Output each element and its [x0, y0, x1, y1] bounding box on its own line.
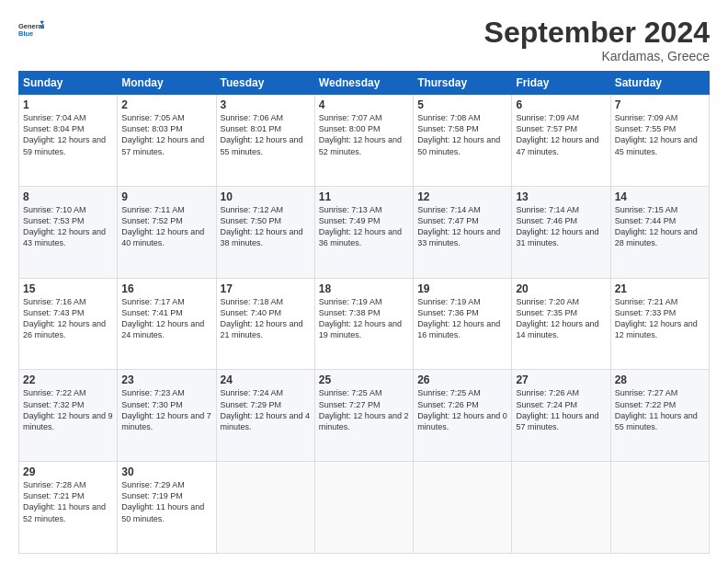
logo-icon: GeneralBlue	[18, 17, 44, 42]
calendar-cell	[610, 462, 709, 554]
calendar-week-5: 29Sunrise: 7:28 AM Sunset: 7:21 PM Dayli…	[19, 462, 710, 554]
day-info: Sunrise: 7:06 AM Sunset: 8:01 PM Dayligh…	[221, 112, 311, 157]
day-info: Sunrise: 7:19 AM Sunset: 7:36 PM Dayligh…	[417, 296, 507, 341]
col-saturday: Saturday	[610, 72, 709, 95]
day-number: 22	[23, 373, 113, 386]
day-info: Sunrise: 7:25 AM Sunset: 7:26 PM Dayligh…	[417, 387, 507, 432]
calendar-cell: 12Sunrise: 7:14 AM Sunset: 7:47 PM Dayli…	[414, 186, 512, 278]
day-info: Sunrise: 7:22 AM Sunset: 7:32 PM Dayligh…	[23, 387, 113, 432]
col-friday: Friday	[512, 72, 610, 95]
day-info: Sunrise: 7:14 AM Sunset: 7:47 PM Dayligh…	[417, 204, 507, 249]
main-title: September 2024	[484, 17, 710, 49]
day-number: 15	[23, 282, 113, 295]
calendar-cell: 17Sunrise: 7:18 AM Sunset: 7:40 PM Dayli…	[216, 278, 314, 370]
day-info: Sunrise: 7:23 AM Sunset: 7:30 PM Dayligh…	[121, 387, 211, 432]
calendar-cell: 4Sunrise: 7:07 AM Sunset: 8:00 PM Daylig…	[314, 95, 413, 187]
calendar-cell: 10Sunrise: 7:12 AM Sunset: 7:50 PM Dayli…	[216, 186, 314, 278]
calendar-cell: 9Sunrise: 7:11 AM Sunset: 7:52 PM Daylig…	[118, 186, 216, 278]
day-info: Sunrise: 7:16 AM Sunset: 7:43 PM Dayligh…	[23, 296, 113, 341]
calendar-cell: 6Sunrise: 7:09 AM Sunset: 7:57 PM Daylig…	[512, 95, 610, 187]
day-info: Sunrise: 7:19 AM Sunset: 7:38 PM Dayligh…	[319, 296, 409, 341]
day-info: Sunrise: 7:14 AM Sunset: 7:46 PM Dayligh…	[516, 204, 606, 249]
day-info: Sunrise: 7:27 AM Sunset: 7:22 PM Dayligh…	[615, 387, 705, 432]
svg-text:Blue: Blue	[18, 29, 33, 38]
day-number: 11	[319, 190, 409, 203]
calendar-cell: 11Sunrise: 7:13 AM Sunset: 7:49 PM Dayli…	[314, 186, 413, 278]
day-info: Sunrise: 7:09 AM Sunset: 7:57 PM Dayligh…	[516, 112, 606, 157]
calendar-cell: 29Sunrise: 7:28 AM Sunset: 7:21 PM Dayli…	[19, 462, 118, 554]
day-number: 17	[221, 282, 311, 295]
calendar-cell: 23Sunrise: 7:23 AM Sunset: 7:30 PM Dayli…	[118, 370, 216, 462]
calendar-cell: 14Sunrise: 7:15 AM Sunset: 7:44 PM Dayli…	[610, 186, 709, 278]
calendar-cell: 7Sunrise: 7:09 AM Sunset: 7:55 PM Daylig…	[610, 95, 709, 187]
title-block: September 2024 Kardamas, Greece	[484, 17, 710, 63]
page: GeneralBlue September 2024 Kardamas, Gre…	[0, 0, 728, 563]
day-number: 30	[121, 465, 211, 478]
day-info: Sunrise: 7:24 AM Sunset: 7:29 PM Dayligh…	[221, 387, 311, 432]
day-info: Sunrise: 7:09 AM Sunset: 7:55 PM Dayligh…	[615, 112, 705, 157]
col-tuesday: Tuesday	[216, 72, 314, 95]
day-info: Sunrise: 7:13 AM Sunset: 7:49 PM Dayligh…	[319, 204, 409, 249]
col-thursday: Thursday	[414, 72, 512, 95]
day-number: 27	[516, 373, 606, 386]
day-info: Sunrise: 7:26 AM Sunset: 7:24 PM Dayligh…	[516, 387, 606, 432]
calendar-cell: 27Sunrise: 7:26 AM Sunset: 7:24 PM Dayli…	[512, 370, 610, 462]
subtitle: Kardamas, Greece	[484, 49, 710, 63]
calendar-cell: 5Sunrise: 7:08 AM Sunset: 7:58 PM Daylig…	[414, 95, 512, 187]
day-number: 8	[23, 190, 113, 203]
day-info: Sunrise: 7:10 AM Sunset: 7:53 PM Dayligh…	[23, 204, 113, 249]
day-info: Sunrise: 7:28 AM Sunset: 7:21 PM Dayligh…	[23, 479, 113, 524]
calendar-cell: 8Sunrise: 7:10 AM Sunset: 7:53 PM Daylig…	[19, 186, 118, 278]
calendar-cell: 21Sunrise: 7:21 AM Sunset: 7:33 PM Dayli…	[610, 278, 709, 370]
calendar-cell	[314, 462, 413, 554]
calendar-cell: 2Sunrise: 7:05 AM Sunset: 8:03 PM Daylig…	[118, 95, 216, 187]
calendar-cell: 24Sunrise: 7:24 AM Sunset: 7:29 PM Dayli…	[216, 370, 314, 462]
day-number: 1	[23, 98, 113, 111]
header-row: Sunday Monday Tuesday Wednesday Thursday…	[19, 72, 710, 95]
calendar-cell: 3Sunrise: 7:06 AM Sunset: 8:01 PM Daylig…	[216, 95, 314, 187]
day-number: 20	[516, 282, 606, 295]
calendar-cell: 28Sunrise: 7:27 AM Sunset: 7:22 PM Dayli…	[610, 370, 709, 462]
day-info: Sunrise: 7:18 AM Sunset: 7:40 PM Dayligh…	[221, 296, 311, 341]
day-info: Sunrise: 7:29 AM Sunset: 7:19 PM Dayligh…	[121, 479, 211, 524]
day-number: 18	[319, 282, 409, 295]
day-number: 26	[417, 373, 507, 386]
day-info: Sunrise: 7:11 AM Sunset: 7:52 PM Dayligh…	[121, 204, 211, 249]
calendar-week-2: 8Sunrise: 7:10 AM Sunset: 7:53 PM Daylig…	[19, 186, 710, 278]
day-number: 4	[319, 98, 409, 111]
day-info: Sunrise: 7:12 AM Sunset: 7:50 PM Dayligh…	[221, 204, 311, 249]
day-info: Sunrise: 7:04 AM Sunset: 8:04 PM Dayligh…	[23, 112, 113, 157]
calendar-cell	[216, 462, 314, 554]
svg-rect-3	[40, 25, 44, 29]
calendar-cell: 26Sunrise: 7:25 AM Sunset: 7:26 PM Dayli…	[414, 370, 512, 462]
col-wednesday: Wednesday	[314, 72, 413, 95]
day-number: 23	[121, 373, 211, 386]
col-sunday: Sunday	[19, 72, 118, 95]
day-number: 25	[319, 373, 409, 386]
calendar-cell: 1Sunrise: 7:04 AM Sunset: 8:04 PM Daylig…	[19, 95, 118, 187]
calendar-cell: 25Sunrise: 7:25 AM Sunset: 7:27 PM Dayli…	[314, 370, 413, 462]
day-number: 21	[615, 282, 705, 295]
day-number: 14	[615, 190, 705, 203]
header: GeneralBlue September 2024 Kardamas, Gre…	[18, 17, 710, 63]
day-number: 6	[516, 98, 606, 111]
day-number: 3	[221, 98, 311, 111]
calendar-cell: 16Sunrise: 7:17 AM Sunset: 7:41 PM Dayli…	[118, 278, 216, 370]
calendar-table: Sunday Monday Tuesday Wednesday Thursday…	[18, 71, 710, 554]
calendar-cell: 13Sunrise: 7:14 AM Sunset: 7:46 PM Dayli…	[512, 186, 610, 278]
day-number: 16	[121, 282, 211, 295]
day-number: 2	[121, 98, 211, 111]
day-number: 13	[516, 190, 606, 203]
day-number: 9	[121, 190, 211, 203]
calendar-week-1: 1Sunrise: 7:04 AM Sunset: 8:04 PM Daylig…	[19, 95, 710, 187]
calendar-cell	[414, 462, 512, 554]
day-info: Sunrise: 7:15 AM Sunset: 7:44 PM Dayligh…	[615, 204, 705, 249]
day-info: Sunrise: 7:07 AM Sunset: 8:00 PM Dayligh…	[319, 112, 409, 157]
calendar-cell: 30Sunrise: 7:29 AM Sunset: 7:19 PM Dayli…	[118, 462, 216, 554]
calendar-cell: 18Sunrise: 7:19 AM Sunset: 7:38 PM Dayli…	[314, 278, 413, 370]
calendar-cell: 15Sunrise: 7:16 AM Sunset: 7:43 PM Dayli…	[19, 278, 118, 370]
svg-text:General: General	[18, 22, 44, 30]
day-info: Sunrise: 7:17 AM Sunset: 7:41 PM Dayligh…	[121, 296, 211, 341]
day-number: 10	[221, 190, 311, 203]
calendar-week-3: 15Sunrise: 7:16 AM Sunset: 7:43 PM Dayli…	[19, 278, 710, 370]
